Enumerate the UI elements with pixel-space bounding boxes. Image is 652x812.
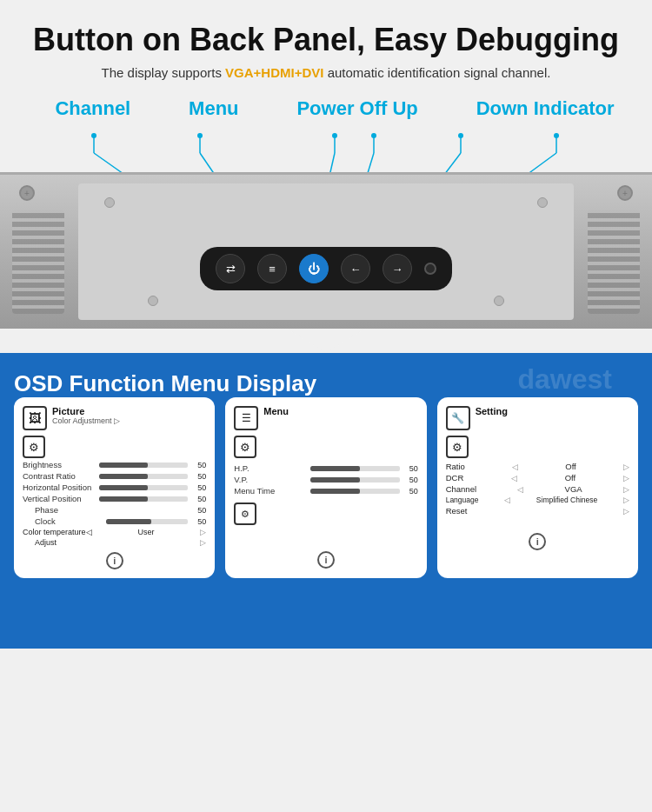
osd-card-setting: 🔧 Setting ⚙ Ratio ◁ Off ▷ DCR ◁ Off ▷ [437,397,638,578]
svg-point-2 [91,133,96,138]
button-panel: ⇄ ≡ ⏻ ← → [200,247,452,290]
contrast-bar [99,474,188,479]
card-row-phase: Phase 50 [23,505,206,515]
gear-icon-4: ⚙ [446,436,469,458]
vp-bar [310,477,399,483]
info-icon-2: i [234,551,417,569]
bottom-section: OSD Function Menu Display dawest 🖼 Pictu… [0,353,652,649]
monitor-back: + + ⇄ ≡ ⏻ [0,172,652,329]
gear-icon-3: ⚙ [234,503,256,525]
svg-point-5 [197,133,203,138]
hp-bar [310,466,399,471]
card-row-contrast: Contrast Ratio 50 [23,471,206,481]
svg-point-11 [371,133,376,138]
menu-gear-icon: ⚙ [234,436,417,458]
card-title-setting: Setting [476,406,508,416]
subtitle-after: automatic identification signal channel. [323,65,550,80]
osd-cards: 🖼 Picture Color Adjustment ▷ ⚙ Brightnes… [14,397,638,578]
card-row-color-temp: Color temperature◁ User ▷ [23,528,206,536]
page-title: Button on Back Panel, Easy Debugging [17,21,635,58]
card-title-picture: Picture [52,406,120,416]
labels-row: Channel Menu Power Off Up Down Indicator [0,94,652,120]
menu-button[interactable]: ≡ [257,254,287,283]
card-row-adjust: Adjust ▷ [23,538,206,547]
page-wrapper: Button on Back Panel, Easy Debugging The… [0,0,652,649]
card-title-menu: Menu [263,406,289,416]
info-circle-3: i [529,533,546,550]
setting-row-reset: Reset ▷ [446,506,629,516]
label-menu: Menu [189,97,238,120]
label-power-off-up: Power Off Up [296,97,417,120]
card-header-setting: 🔧 Setting [446,406,629,430]
svg-point-8 [332,133,337,138]
info-icon-1: i [23,552,206,569]
brightness-bar [99,463,188,468]
subtitle-highlight: VGA+HDMI+DVI [225,65,323,80]
svg-point-17 [554,133,559,138]
info-icon-3: i [446,533,629,550]
card-row-vp: V.P. 50 [234,475,417,484]
settings-gear-icon: ⚙ [234,503,417,525]
card-icon-gear: ⚙ [23,436,206,458]
setting-row-dcr: DCR ◁ Off ▷ [446,473,629,483]
setting-row-ratio: Ratio ◁ Off ▷ [446,462,629,471]
power-button[interactable]: ⏻ [299,254,329,283]
gear-icon-2: ⚙ [234,436,256,458]
menu-time-bar [310,489,399,494]
osd-section-title: OSD Function Menu Display [14,370,316,396]
card-header-picture: 🖼 Picture Color Adjustment ▷ [23,406,206,430]
setting-icon-card: 🔧 [446,406,470,430]
watermark: dawest [518,363,612,396]
menu-icon-card: ☰ [234,406,258,430]
card-row-brightness: Brightness 50 [23,460,206,469]
setting-row-language: Language ◁ Simplified Chinese ▷ [446,496,629,504]
down-button[interactable]: → [383,254,412,283]
gear-icon: ⚙ [23,436,45,458]
card-header-menu: ☰ Menu [234,406,417,430]
subtitle: The display supports VGA+HDMI+DVI automa… [17,65,635,80]
hpos-bar [99,485,188,490]
osd-card-picture: 🖼 Picture Color Adjustment ▷ ⚙ Brightnes… [14,397,215,578]
diagram-area: + + ⇄ ≡ ⏻ [0,120,652,329]
card-row-hpos: Horizontal Position 50 [23,483,206,492]
setting-gear-icon: ⚙ [446,436,629,458]
info-circle-2: i [317,551,335,569]
top-section: Button on Back Panel, Easy Debugging The… [0,0,652,80]
vpos-bar [99,496,188,502]
osd-card-menu: ☰ Menu ⚙ H.P. 50 V.P. 50 Menu Time [225,397,426,578]
svg-point-14 [458,133,463,138]
card-row-hp: H.P. 50 [234,463,417,473]
indicator-led [424,263,436,275]
picture-icon: 🖼 [23,406,47,430]
label-down-indicator: Down Indicator [476,97,615,120]
card-subtitle-picture: Color Adjustment ▷ [52,416,120,425]
subtitle-before: The display supports [102,65,226,80]
setting-row-channel: Channel ◁ VGA ▷ [446,484,629,494]
channel-button[interactable]: ⇄ [216,254,245,283]
label-channel: Channel [55,97,130,120]
info-circle-1: i [106,552,123,569]
up-button[interactable]: ← [341,254,370,283]
osd-header: OSD Function Menu Display dawest [14,370,638,397]
card-row-clock: Clock 50 [23,516,206,526]
card-row-vpos: Vertical Position 50 [23,494,206,503]
clock-bar [106,519,189,524]
card-row-menu-time: Menu Time 50 [234,486,417,496]
diagram-section: Channel Menu Power Off Up Down Indicator [0,94,652,353]
